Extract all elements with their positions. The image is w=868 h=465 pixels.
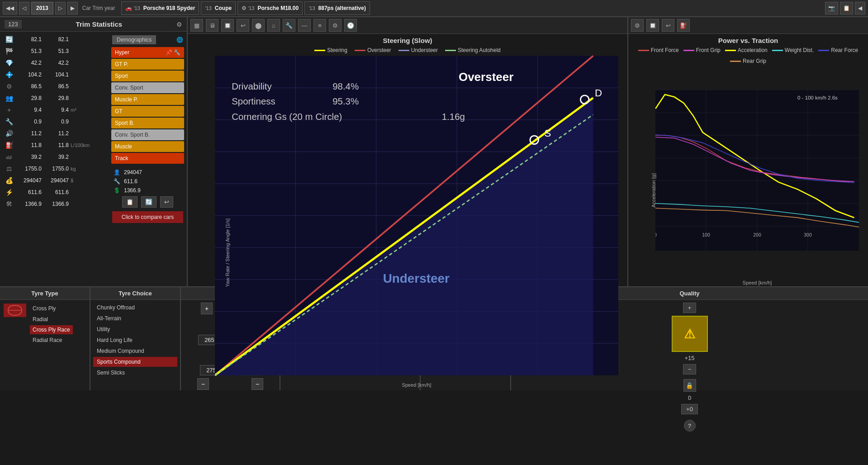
chart-tool-9[interactable]: ≡	[313, 19, 326, 32]
tyre-type-content: Cross Ply Radial Cross Ply Race Radial R…	[0, 300, 90, 349]
prev-prev-btn[interactable]: ◀◀	[3, 2, 17, 14]
demo-item-track[interactable]: Track	[111, 153, 184, 164]
trim-stats-title: Trim Statistics	[76, 20, 123, 28]
undo-btn[interactable]: ↩	[160, 196, 173, 208]
stat-row: ⚖ 1755.0 1755.0 kg	[2, 163, 107, 175]
tyre-type-panel: Tyre Type Cross Ply Radial Cross Ply Rac…	[0, 287, 90, 390]
stat-val2-13: 611.6	[42, 189, 69, 195]
stat-tool-icon: 🔧	[112, 178, 121, 185]
reargrip-line	[730, 61, 741, 62]
chart-tool-6[interactable]: ⌂	[267, 19, 280, 32]
chart-toolbar: ▦ 🖥 🔲 ↩ ⬤ ⌂ 🔧 — ≡ ⚙ 🕐	[188, 17, 627, 34]
stat-val1-8: 11.2	[14, 130, 42, 137]
svg-text:98.4%: 98.4%	[332, 81, 359, 91]
trim-year-tag: '13	[133, 5, 140, 11]
crossplyrace-label: Cross Ply Race	[33, 327, 70, 333]
money-icon: 💰	[4, 177, 14, 184]
quality-help-btn[interactable]: ?	[684, 420, 696, 432]
convsportb-label: Conv. Sport B.	[115, 132, 150, 138]
choice-semislicks[interactable]: Semi Slicks	[93, 368, 177, 378]
noise-icon: 🔊	[4, 130, 14, 137]
compare-cars-btn[interactable]: Click to compare cars	[112, 211, 183, 223]
camera-btn[interactable]: 📷	[825, 2, 838, 14]
demo-item-hyper[interactable]: Hyper 📌 🔧	[111, 47, 184, 58]
svg-text:Cornering Gs (20 m Circle): Cornering Gs (20 m Circle)	[232, 111, 342, 122]
demo-item-muscle[interactable]: Muscle	[111, 141, 184, 152]
pvt-tool-2[interactable]: 🔲	[646, 19, 659, 32]
demo-item-gt[interactable]: GT	[111, 106, 184, 117]
stat-val2-11: 1755.0	[42, 166, 69, 172]
settings-icon[interactable]: ⚙	[176, 21, 182, 28]
back-btn[interactable]: ◀	[855, 2, 865, 14]
chart-tool-4[interactable]: ↩	[237, 19, 249, 32]
demo-stat-tool: 🔧 611.6	[110, 177, 185, 185]
demo-action-row: 📋 🔄 ↩	[110, 195, 185, 209]
quality-lock-btn[interactable]: 🔒	[683, 379, 696, 392]
pvt-chart-area: 0 - 100 km/h 2.6s 1.5 1.25	[655, 66, 859, 275]
pvt-tool-3[interactable]: ↩	[662, 19, 674, 32]
stat-val2-4: 86.5	[42, 83, 69, 90]
choice-sportscomp[interactable]: Sports Compound	[93, 357, 177, 367]
chart-legend: Steering Oversteer Understeer Steering A…	[188, 45, 627, 55]
tyre-choice-header: Tyre Choice	[90, 287, 180, 300]
demo-item-sportb[interactable]: Sport B.	[111, 118, 184, 128]
demo-item-convsport[interactable]: Conv. Sport	[111, 82, 184, 93]
service-icon: 🛠	[4, 200, 14, 208]
svg-text:100: 100	[702, 232, 710, 237]
tyre-crossplyrace[interactable]: Cross Ply Race	[30, 325, 73, 334]
demo-item-sport[interactable]: Sport	[111, 71, 184, 81]
demographics-btn[interactable]: Demographics	[112, 35, 156, 44]
quality-plus-zero-btn[interactable]: +0	[681, 404, 698, 414]
chart-tool-11[interactable]: 🕐	[344, 19, 357, 32]
svg-text:Sportiness: Sportiness	[232, 96, 275, 106]
tyre-crossply[interactable]: Cross Ply	[30, 304, 73, 313]
demo-item-gtp[interactable]: GT P.	[111, 59, 184, 70]
choice-medcomp[interactable]: Medium Compound	[93, 346, 177, 356]
wrench-icon: 🔧	[4, 118, 14, 125]
tyre-radialrace[interactable]: Radial Race	[30, 335, 73, 345]
chart-tool-1[interactable]: ▦	[190, 19, 203, 32]
chart-tool-10[interactable]: ⚙	[329, 19, 342, 32]
next-next-btn[interactable]: ▶	[67, 2, 78, 14]
demo-item-musclep[interactable]: Muscle P.	[111, 94, 184, 105]
choice-chunky[interactable]: Chunky Offroad	[93, 303, 177, 313]
people-icon: 👥	[4, 95, 14, 102]
demo-item-convsportb[interactable]: Conv. Sport B.	[111, 129, 184, 140]
legend-steering: Steering	[314, 47, 347, 53]
quality-plus-btn[interactable]: +	[683, 303, 697, 313]
yaxis-label: Yaw Rate / Steering Angle [1/s]	[225, 218, 230, 287]
choice-allterrain[interactable]: All-Terrain	[93, 313, 177, 323]
weightdist-label: Weight Dist.	[785, 47, 814, 53]
globe-icon[interactable]: 🌐	[176, 37, 183, 43]
chart-tool-7[interactable]: 🔧	[283, 19, 295, 32]
size-icon: +	[4, 106, 14, 114]
choice-utility[interactable]: Utility	[93, 324, 177, 334]
quality-minus-btn[interactable]: −	[683, 364, 697, 375]
choice-hardlong[interactable]: Hard Long Life	[93, 335, 177, 345]
weightdist-line	[772, 50, 783, 51]
stat-val1-2: 42.2	[14, 60, 42, 66]
prev-btn[interactable]: ◁	[19, 2, 29, 14]
layout-btn[interactable]: 📋	[840, 2, 853, 14]
pvt-tool-4[interactable]: ⛽	[677, 19, 690, 32]
chart-tool-3[interactable]: 🔲	[221, 19, 234, 32]
radial-label: Radial	[33, 316, 48, 323]
radialrace-label: Radial Race	[33, 337, 62, 343]
refresh-btn[interactable]: 🔄	[141, 196, 157, 208]
chart-tool-8[interactable]: —	[298, 19, 311, 32]
copy-btn[interactable]: 📋	[122, 196, 138, 208]
chart-tool-2[interactable]: 🖥	[206, 19, 218, 32]
next-btn[interactable]: ▷	[55, 2, 66, 14]
svg-text:S: S	[544, 128, 551, 139]
chart-wrapper: D S Oversteer Understeer 9.0 8.0 7.0 6.0…	[188, 55, 627, 389]
stat-val2-1: 51.3	[42, 48, 69, 54]
legend-reargrip: Rear Grip	[730, 58, 766, 64]
pvt-tool-1[interactable]: ⚙	[631, 19, 644, 32]
tyre-type-icon-display[interactable]	[4, 304, 26, 317]
chart-tool-5[interactable]: ⬤	[252, 19, 265, 32]
tyre-radial[interactable]: Radial	[30, 314, 73, 324]
diamond-icon: 💎	[4, 59, 14, 66]
stat-val2-2: 42.2	[42, 60, 69, 66]
tyre-type-header: Tyre Type	[0, 287, 90, 300]
xaxis-label: Speed [km/h]	[210, 380, 623, 389]
